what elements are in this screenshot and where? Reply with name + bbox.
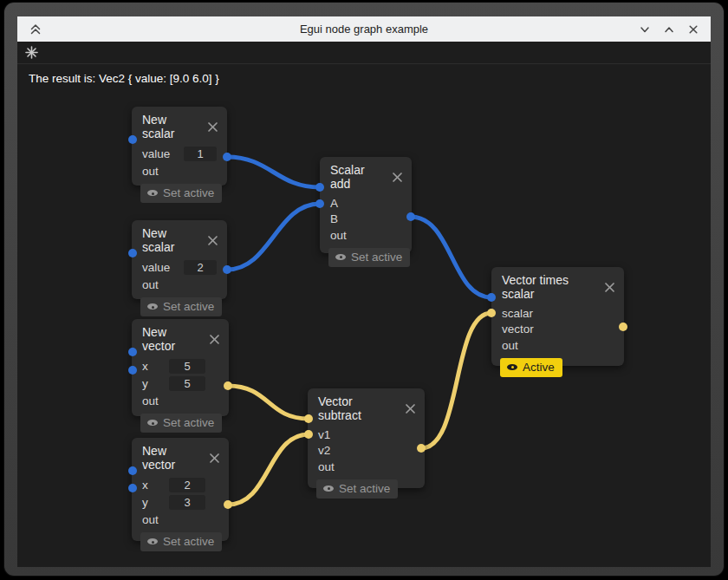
input-row-a: A (330, 195, 401, 212)
port-subtract-v1-in[interactable] (304, 414, 313, 423)
input-row-scalar: scalar (502, 305, 614, 322)
input-row-v1: v1 (318, 427, 414, 443)
set-active-button[interactable]: Set active (140, 532, 222, 551)
port-vector1-y-in[interactable] (128, 366, 137, 375)
port-vector1-x-in[interactable] (128, 348, 137, 356)
set-active-button[interactable]: Set active (140, 184, 222, 203)
menu-asterisk-icon[interactable] (25, 46, 39, 60)
value-drag-field[interactable]: 2 (184, 260, 217, 275)
window-titlebar[interactable]: Egui node graph example (17, 16, 711, 42)
port-scalar1-out[interactable] (223, 153, 231, 161)
graph-canvas[interactable]: The result is: Vec2 { value: [9.0 6.0] }… (17, 42, 711, 567)
window-close-icon[interactable] (686, 23, 700, 36)
port-times-vector-in[interactable] (487, 309, 496, 317)
eye-icon (147, 189, 158, 197)
window-shade-icon[interactable] (29, 23, 42, 36)
row-label: y (142, 496, 159, 509)
node-new-scalar-1[interactable]: New scalar value 1 out Set active (132, 107, 227, 186)
port-vector2-y-in[interactable] (128, 484, 137, 492)
node-close-icon[interactable] (405, 403, 416, 414)
wire-scalar2-to-add-b (227, 204, 320, 270)
result-text: The result is: Vec2 { value: [9.0 6.0] } (29, 72, 219, 85)
eye-icon (335, 253, 346, 261)
active-button[interactable]: Active (500, 358, 562, 377)
window-maximize-icon[interactable] (662, 23, 676, 36)
node-new-vector-2[interactable]: New vector x 2 y 3 out (132, 438, 229, 541)
node-title: New scalar (142, 226, 198, 254)
port-add-a-in[interactable] (315, 183, 324, 192)
port-times-out[interactable] (619, 323, 627, 331)
eye-icon (147, 538, 158, 545)
node-close-icon[interactable] (207, 121, 218, 133)
eye-icon (507, 363, 517, 371)
row-label: scalar (502, 307, 533, 320)
node-vector-times-scalar[interactable]: Vector times scalar scalar vector out Ac… (491, 267, 624, 366)
port-vector1-out[interactable] (224, 381, 232, 390)
wire-vector1-to-subtract-v1 (228, 386, 309, 419)
row-label: v1 (318, 428, 330, 441)
port-vector2-out[interactable] (224, 500, 232, 509)
input-row-x: x 2 (142, 476, 218, 493)
row-label: out (330, 229, 347, 242)
row-label: out (142, 513, 159, 526)
output-row-out: out (142, 276, 217, 293)
row-label: value (142, 147, 175, 160)
input-row-y: y 3 (142, 493, 218, 511)
row-label: out (502, 339, 518, 352)
row-label: A (330, 197, 338, 210)
value-drag-field[interactable]: 2 (169, 478, 205, 492)
row-label: out (318, 460, 335, 473)
set-active-button[interactable]: Set active (316, 479, 398, 499)
output-row-out: out (142, 162, 217, 179)
node-close-icon[interactable] (207, 235, 218, 246)
button-label: Set active (339, 482, 390, 495)
port-scalar2-value-in[interactable] (128, 249, 137, 257)
output-row-out: out (142, 511, 218, 528)
button-label: Set active (163, 186, 214, 199)
port-scalar2-out[interactable] (223, 265, 231, 274)
row-label: out (142, 165, 159, 178)
wire-add-to-times-scalar (411, 217, 491, 297)
window-minimize-icon[interactable] (638, 23, 652, 36)
input-row-y: y 5 (142, 375, 218, 392)
value-drag-field[interactable]: 5 (169, 376, 205, 391)
node-close-icon[interactable] (209, 334, 220, 345)
node-close-icon[interactable] (604, 282, 615, 293)
button-label: Set active (163, 416, 214, 429)
port-times-scalar-in[interactable] (487, 293, 496, 302)
value-drag-field[interactable]: 3 (169, 495, 205, 510)
node-title: Scalar add (330, 163, 383, 191)
set-active-button[interactable]: Set active (328, 248, 410, 267)
node-scalar-add[interactable]: Scalar add A B out Set active (320, 157, 412, 253)
row-label: x (142, 360, 159, 373)
node-close-icon[interactable] (392, 172, 403, 183)
eye-icon (147, 303, 158, 310)
value-drag-field[interactable]: 1 (184, 147, 217, 161)
port-scalar1-value-in[interactable] (128, 135, 137, 144)
input-row-value: value 2 (142, 258, 217, 276)
port-add-out[interactable] (406, 212, 415, 221)
port-subtract-out[interactable] (417, 444, 426, 453)
node-title: New vector (142, 325, 200, 353)
node-title: Vector times scalar (502, 273, 595, 301)
row-label: y (142, 377, 159, 390)
node-new-scalar-2[interactable]: New scalar value 2 out Set active (132, 220, 227, 299)
node-close-icon[interactable] (209, 453, 220, 464)
port-add-b-in[interactable] (315, 199, 324, 208)
value-drag-field[interactable]: 5 (169, 359, 205, 374)
node-vector-subtract[interactable]: Vector subtract v1 v2 out Set active (308, 388, 425, 488)
input-row-v2: v2 (318, 443, 414, 459)
input-row-value: value 1 (142, 145, 217, 162)
set-active-button[interactable]: Set active (140, 414, 222, 433)
port-subtract-v2-in[interactable] (304, 430, 313, 439)
port-vector2-x-in[interactable] (128, 466, 137, 475)
set-active-button[interactable]: Set active (140, 297, 222, 316)
row-label: vector (502, 323, 534, 336)
node-new-vector-1[interactable]: New vector x 5 y 5 out (132, 319, 229, 416)
row-label: value (142, 261, 175, 274)
node-title: New scalar (142, 113, 198, 140)
window-title: Egui node graph example (300, 23, 428, 36)
top-menu-bar (17, 42, 711, 64)
output-row-out: out (502, 337, 614, 354)
wire-subtract-to-times-vector (421, 313, 491, 448)
